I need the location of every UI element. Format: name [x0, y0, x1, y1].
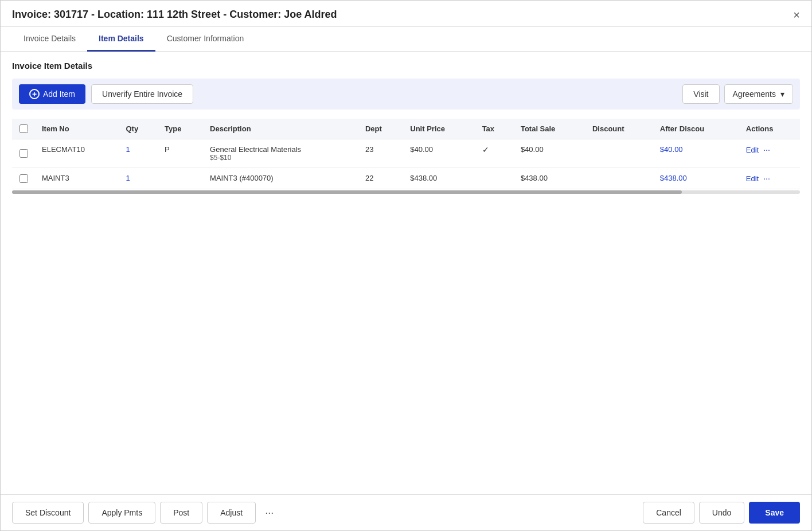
dialog-title: Invoice: 301717 - Location: 111 12th Str…: [12, 9, 337, 21]
row2-after-discount: $438.00: [653, 168, 739, 189]
adjust-button[interactable]: Adjust: [207, 502, 256, 524]
select-all-checkbox[interactable]: [19, 124, 28, 133]
plus-circle-icon: +: [29, 89, 40, 99]
more-footer-button[interactable]: ···: [260, 505, 278, 521]
footer: Set Discount Apply Pmts Post Adjust ··· …: [1, 494, 811, 530]
add-item-button[interactable]: + Add Item: [19, 84, 85, 104]
col-checkbox: [12, 119, 35, 139]
table-header-row: Item No Qty Type Description Dept Unit P…: [12, 119, 800, 139]
close-button[interactable]: ×: [793, 9, 800, 21]
row2-discount: [585, 168, 653, 189]
post-button[interactable]: Post: [160, 502, 202, 524]
table-row: ELECMAT10 1 P General Electrical Materia…: [12, 139, 800, 168]
row1-edit-link[interactable]: Edit: [746, 146, 759, 154]
row1-discount: [585, 139, 653, 168]
visit-button[interactable]: Visit: [682, 84, 719, 104]
save-button[interactable]: Save: [749, 502, 800, 524]
row1-select-checkbox[interactable]: [19, 149, 28, 158]
col-total-sale: Total Sale: [514, 119, 585, 139]
undo-button[interactable]: Undo: [699, 502, 744, 524]
toolbar: + Add Item Unverify Entire Invoice Visit…: [12, 79, 800, 110]
cancel-button[interactable]: Cancel: [643, 502, 694, 524]
col-description: Description: [203, 119, 358, 139]
col-actions: Actions: [739, 119, 800, 139]
row1-more-button[interactable]: ···: [763, 145, 770, 154]
col-qty: Qty: [119, 119, 158, 139]
row2-qty: 1: [119, 168, 158, 189]
row1-unit-price: $40.00: [403, 139, 475, 168]
chevron-down-icon: ▾: [780, 89, 784, 99]
invoice-dialog: Invoice: 301717 - Location: 111 12th Str…: [0, 0, 812, 531]
row1-total-sale: $40.00: [514, 139, 585, 168]
row2-type: [158, 168, 203, 189]
row2-item-no: MAINT3: [35, 168, 119, 189]
row1-actions: Edit ···: [739, 139, 800, 168]
col-dept: Dept: [358, 119, 403, 139]
main-content: Invoice Item Details + Add Item Unverify…: [1, 52, 811, 494]
col-item-no: Item No: [35, 119, 119, 139]
agreements-dropdown[interactable]: Agreements ▾: [724, 84, 793, 104]
toolbar-right: Visit Agreements ▾: [682, 84, 793, 104]
items-table: Item No Qty Type Description Dept Unit P…: [12, 119, 800, 189]
set-discount-button[interactable]: Set Discount: [12, 502, 84, 524]
col-type: Type: [158, 119, 203, 139]
row1-item-no: ELECMAT10: [35, 139, 119, 168]
row1-description: General Electrical Materials $5-$10: [203, 139, 358, 168]
row2-select-checkbox[interactable]: [19, 174, 28, 183]
tab-item-details[interactable]: Item Details: [87, 27, 155, 52]
col-unit-price: Unit Price: [403, 119, 475, 139]
row2-more-button[interactable]: ···: [763, 174, 770, 183]
row2-dept: 22: [358, 168, 403, 189]
row1-checkbox: [12, 139, 35, 168]
col-after-discount: After Discou: [653, 119, 739, 139]
tab-invoice-details[interactable]: Invoice Details: [12, 27, 87, 52]
row2-tax: [475, 168, 514, 189]
row1-type: P: [158, 139, 203, 168]
horizontal-scrollbar[interactable]: [12, 190, 800, 194]
scrollbar-thumb: [12, 190, 682, 194]
col-tax: Tax: [475, 119, 514, 139]
footer-right: Cancel Undo Save: [643, 502, 800, 524]
table-row: MAINT3 1 MAINT3 (#400070): [12, 168, 800, 189]
row1-tax: ✓: [475, 139, 514, 168]
row2-actions: Edit ···: [739, 168, 800, 189]
row2-unit-price: $438.00: [403, 168, 475, 189]
tabs-container: Invoice Details Item Details Customer In…: [1, 27, 811, 52]
tab-customer-information[interactable]: Customer Information: [155, 27, 256, 52]
section-title: Invoice Item Details: [12, 61, 800, 71]
dialog-header: Invoice: 301717 - Location: 111 12th Str…: [1, 1, 811, 27]
apply-pmts-button[interactable]: Apply Pmts: [88, 502, 155, 524]
row2-edit-link[interactable]: Edit: [746, 174, 759, 183]
row2-description: MAINT3 (#400070): [203, 168, 358, 189]
col-discount: Discount: [585, 119, 653, 139]
unverify-entire-invoice-button[interactable]: Unverify Entire Invoice: [91, 84, 193, 104]
row1-after-discount: $40.00: [653, 139, 739, 168]
row1-dept: 23: [358, 139, 403, 168]
row2-checkbox: [12, 168, 35, 189]
row2-total-sale: $438.00: [514, 168, 585, 189]
items-table-container: Item No Qty Type Description Dept Unit P…: [12, 119, 800, 194]
row1-qty: 1: [119, 139, 158, 168]
